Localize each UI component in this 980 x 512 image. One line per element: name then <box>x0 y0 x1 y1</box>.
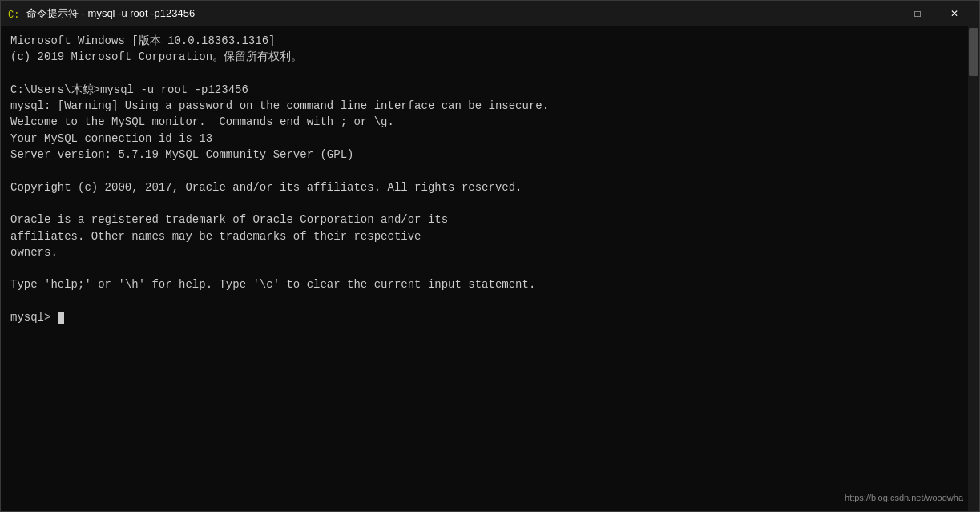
title-bar: C: 命令提示符 - mysql -u root -p123456 ─ □ ✕ <box>1 1 979 26</box>
minimize-button[interactable]: ─ <box>862 1 899 26</box>
output-line-15 <box>10 260 970 276</box>
output-line-10: Copyright (c) 2000, 2017, Oracle and/or … <box>10 179 970 196</box>
watermark: https://blog.csdn.net/woodwha <box>845 492 963 505</box>
scrollbar-thumb[interactable] <box>969 28 978 76</box>
maximize-button[interactable]: □ <box>899 1 936 26</box>
output-line-9 <box>10 163 970 179</box>
output-line-17 <box>10 293 970 309</box>
close-button[interactable]: ✕ <box>936 1 973 26</box>
output-line-1: Microsoft Windows [版本 10.0.18363.1316] <box>10 33 970 49</box>
window-title: 命令提示符 - mysql -u root -p123456 <box>26 6 195 21</box>
scrollbar[interactable] <box>968 26 979 511</box>
output-line-13: affiliates. Other names may be trademark… <box>10 228 970 244</box>
title-bar-left: C: 命令提示符 - mysql -u root -p123456 <box>7 6 195 21</box>
terminal-window: C: 命令提示符 - mysql -u root -p123456 ─ □ ✕ … <box>0 0 980 512</box>
output-line-2: (c) 2019 Microsoft Corporation。保留所有权利。 <box>10 49 970 65</box>
output-line-3 <box>10 66 970 82</box>
output-line-4: C:\Users\木鲸>mysql -u root -p123456 <box>10 82 970 98</box>
terminal-output: Microsoft Windows [版本 10.0.18363.1316] (… <box>10 33 970 325</box>
terminal-body[interactable]: Microsoft Windows [版本 10.0.18363.1316] (… <box>1 26 979 511</box>
output-line-12: Oracle is a registered trademark of Orac… <box>10 212 970 228</box>
cursor <box>58 312 64 324</box>
output-line-18: mysql> <box>10 309 970 325</box>
output-line-8: Server version: 5.7.19 MySQL Community S… <box>10 147 970 163</box>
cmd-icon: C: <box>7 7 20 20</box>
output-line-14: owners. <box>10 244 970 260</box>
output-line-16: Type 'help;' or '\h' for help. Type '\c'… <box>10 276 970 292</box>
output-line-6: Welcome to the MySQL monitor. Commands e… <box>10 114 970 130</box>
output-line-7: Your MySQL connection id is 13 <box>10 131 970 147</box>
svg-text:C:: C: <box>8 10 19 20</box>
output-line-11 <box>10 196 970 212</box>
output-line-5: mysql: [Warning] Using a password on the… <box>10 98 970 114</box>
title-bar-controls: ─ □ ✕ <box>862 1 973 26</box>
